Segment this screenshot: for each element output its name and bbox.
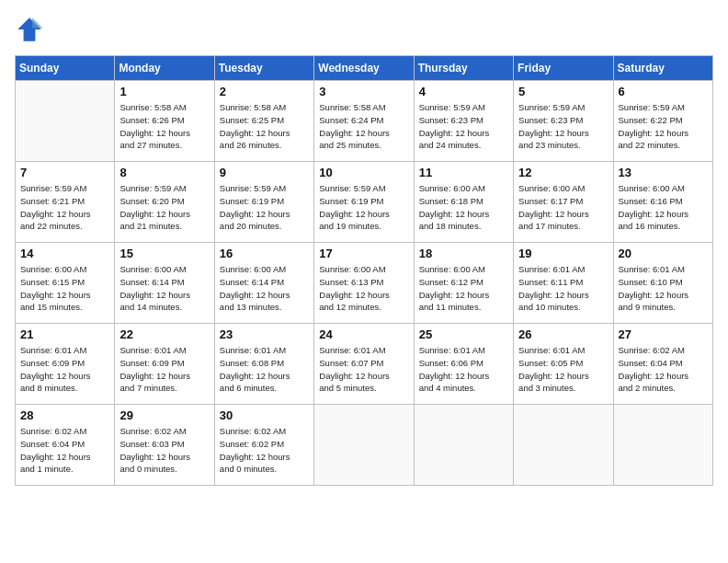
day-number: 2 — [220, 85, 309, 98]
day-info: Sunrise: 6:00 AMSunset: 6:15 PMDaylight:… — [20, 263, 109, 314]
calendar-cell — [613, 405, 712, 486]
calendar-cell: 30Sunrise: 6:02 AMSunset: 6:02 PMDayligh… — [214, 405, 313, 486]
day-number: 23 — [220, 327, 309, 341]
calendar-cell: 17Sunrise: 6:00 AMSunset: 6:13 PMDayligh… — [314, 243, 414, 324]
day-info: Sunrise: 5:58 AMSunset: 6:24 PMDaylight:… — [319, 101, 408, 152]
calendar-cell: 23Sunrise: 6:01 AMSunset: 6:08 PMDayligh… — [214, 324, 313, 405]
calendar-cell: 6Sunrise: 5:59 AMSunset: 6:22 PMDaylight… — [613, 81, 712, 162]
day-number: 29 — [119, 408, 209, 422]
calendar-cell: 15Sunrise: 6:00 AMSunset: 6:14 PMDayligh… — [115, 243, 214, 324]
day-number: 18 — [419, 247, 508, 260]
calendar-cell: 19Sunrise: 6:01 AMSunset: 6:11 PMDayligh… — [514, 243, 613, 324]
calendar-cell: 16Sunrise: 6:00 AMSunset: 6:14 PMDayligh… — [214, 243, 313, 324]
day-info: Sunrise: 5:58 AMSunset: 6:26 PMDaylight:… — [119, 101, 209, 152]
calendar-cell: 4Sunrise: 5:59 AMSunset: 6:23 PMDaylight… — [414, 81, 513, 162]
day-info: Sunrise: 5:59 AMSunset: 6:20 PMDaylight:… — [119, 182, 209, 233]
calendar-cell: 7Sunrise: 5:59 AMSunset: 6:21 PMDaylight… — [16, 162, 115, 243]
calendar-table: SundayMondayTuesdayWednesdayThursdayFrid… — [15, 55, 713, 486]
day-number: 24 — [319, 327, 408, 341]
day-number: 20 — [619, 247, 708, 260]
page-header — [15, 15, 713, 44]
calendar-cell: 18Sunrise: 6:00 AMSunset: 6:12 PMDayligh… — [414, 243, 513, 324]
day-number: 8 — [119, 166, 209, 179]
day-info: Sunrise: 6:00 AMSunset: 6:14 PMDaylight:… — [119, 263, 209, 314]
calendar-cell: 22Sunrise: 6:01 AMSunset: 6:09 PMDayligh… — [115, 324, 214, 405]
day-number: 12 — [518, 166, 608, 179]
calendar-cell: 24Sunrise: 6:01 AMSunset: 6:07 PMDayligh… — [314, 324, 414, 405]
calendar-cell — [514, 405, 613, 486]
day-number: 22 — [119, 327, 209, 341]
calendar-cell: 5Sunrise: 5:59 AMSunset: 6:23 PMDaylight… — [514, 81, 613, 162]
day-number: 14 — [20, 247, 109, 260]
calendar-cell: 29Sunrise: 6:02 AMSunset: 6:03 PMDayligh… — [115, 405, 214, 486]
day-number: 9 — [220, 166, 309, 179]
logo — [15, 15, 48, 44]
calendar-cell: 2Sunrise: 5:58 AMSunset: 6:25 PMDaylight… — [214, 81, 313, 162]
day-number: 28 — [20, 408, 109, 422]
svg-marker-0 — [17, 17, 41, 41]
calendar-cell: 20Sunrise: 6:01 AMSunset: 6:10 PMDayligh… — [613, 243, 712, 324]
day-info: Sunrise: 6:01 AMSunset: 6:06 PMDaylight:… — [419, 344, 508, 395]
calendar-cell — [16, 81, 115, 162]
day-number: 13 — [619, 166, 708, 179]
day-number: 10 — [319, 166, 408, 179]
day-info: Sunrise: 5:59 AMSunset: 6:22 PMDaylight:… — [619, 101, 708, 152]
calendar-cell: 13Sunrise: 6:00 AMSunset: 6:16 PMDayligh… — [613, 162, 712, 243]
weekday-header-friday: Friday — [514, 56, 613, 81]
day-number: 7 — [20, 166, 109, 179]
calendar-cell: 25Sunrise: 6:01 AMSunset: 6:06 PMDayligh… — [414, 324, 513, 405]
logo-icon — [15, 15, 44, 44]
calendar-cell: 9Sunrise: 5:59 AMSunset: 6:19 PMDaylight… — [214, 162, 313, 243]
day-info: Sunrise: 6:01 AMSunset: 6:09 PMDaylight:… — [20, 344, 109, 395]
day-info: Sunrise: 6:01 AMSunset: 6:10 PMDaylight:… — [619, 263, 708, 314]
day-info: Sunrise: 5:59 AMSunset: 6:23 PMDaylight:… — [419, 101, 508, 152]
calendar-cell — [414, 405, 513, 486]
day-info: Sunrise: 6:01 AMSunset: 6:07 PMDaylight:… — [319, 344, 408, 395]
day-number: 6 — [619, 85, 708, 98]
calendar-cell — [314, 405, 414, 486]
calendar-cell: 10Sunrise: 5:59 AMSunset: 6:19 PMDayligh… — [314, 162, 414, 243]
day-info: Sunrise: 6:00 AMSunset: 6:17 PMDaylight:… — [518, 182, 608, 233]
day-info: Sunrise: 6:02 AMSunset: 6:03 PMDaylight:… — [119, 425, 209, 476]
day-info: Sunrise: 6:01 AMSunset: 6:09 PMDaylight:… — [119, 344, 209, 395]
weekday-header-saturday: Saturday — [613, 56, 712, 81]
day-info: Sunrise: 5:59 AMSunset: 6:19 PMDaylight:… — [220, 182, 309, 233]
day-info: Sunrise: 6:02 AMSunset: 6:04 PMDaylight:… — [619, 344, 708, 395]
day-number: 25 — [419, 327, 508, 341]
day-info: Sunrise: 5:58 AMSunset: 6:25 PMDaylight:… — [220, 101, 309, 152]
calendar-cell: 27Sunrise: 6:02 AMSunset: 6:04 PMDayligh… — [613, 324, 712, 405]
day-number: 27 — [619, 327, 708, 341]
day-info: Sunrise: 5:59 AMSunset: 6:19 PMDaylight:… — [319, 182, 408, 233]
day-number: 26 — [518, 327, 608, 341]
day-number: 1 — [119, 85, 209, 98]
day-number: 21 — [20, 327, 109, 341]
day-number: 17 — [319, 247, 408, 260]
day-number: 11 — [419, 166, 508, 179]
weekday-header-wednesday: Wednesday — [314, 56, 414, 81]
weekday-header-sunday: Sunday — [16, 56, 115, 81]
day-info: Sunrise: 5:59 AMSunset: 6:23 PMDaylight:… — [518, 101, 608, 152]
calendar-cell: 11Sunrise: 6:00 AMSunset: 6:18 PMDayligh… — [414, 162, 513, 243]
day-info: Sunrise: 6:00 AMSunset: 6:13 PMDaylight:… — [319, 263, 408, 314]
weekday-header-thursday: Thursday — [414, 56, 513, 81]
day-number: 19 — [518, 247, 608, 260]
calendar-cell: 21Sunrise: 6:01 AMSunset: 6:09 PMDayligh… — [16, 324, 115, 405]
day-info: Sunrise: 6:01 AMSunset: 6:05 PMDaylight:… — [518, 344, 608, 395]
day-info: Sunrise: 6:00 AMSunset: 6:18 PMDaylight:… — [419, 182, 508, 233]
svg-marker-1 — [32, 17, 42, 28]
day-info: Sunrise: 6:02 AMSunset: 6:02 PMDaylight:… — [220, 425, 309, 476]
day-number: 3 — [319, 85, 408, 98]
weekday-header-monday: Monday — [115, 56, 214, 81]
calendar-cell: 8Sunrise: 5:59 AMSunset: 6:20 PMDaylight… — [115, 162, 214, 243]
calendar-cell: 12Sunrise: 6:00 AMSunset: 6:17 PMDayligh… — [514, 162, 613, 243]
day-info: Sunrise: 6:02 AMSunset: 6:04 PMDaylight:… — [20, 425, 109, 476]
day-number: 30 — [220, 408, 309, 422]
day-info: Sunrise: 5:59 AMSunset: 6:21 PMDaylight:… — [20, 182, 109, 233]
day-info: Sunrise: 6:00 AMSunset: 6:12 PMDaylight:… — [419, 263, 508, 314]
day-number: 4 — [419, 85, 508, 98]
calendar-cell: 1Sunrise: 5:58 AMSunset: 6:26 PMDaylight… — [115, 81, 214, 162]
calendar-cell: 26Sunrise: 6:01 AMSunset: 6:05 PMDayligh… — [514, 324, 613, 405]
day-number: 16 — [220, 247, 309, 260]
day-info: Sunrise: 6:01 AMSunset: 6:08 PMDaylight:… — [220, 344, 309, 395]
calendar-cell: 3Sunrise: 5:58 AMSunset: 6:24 PMDaylight… — [314, 81, 414, 162]
